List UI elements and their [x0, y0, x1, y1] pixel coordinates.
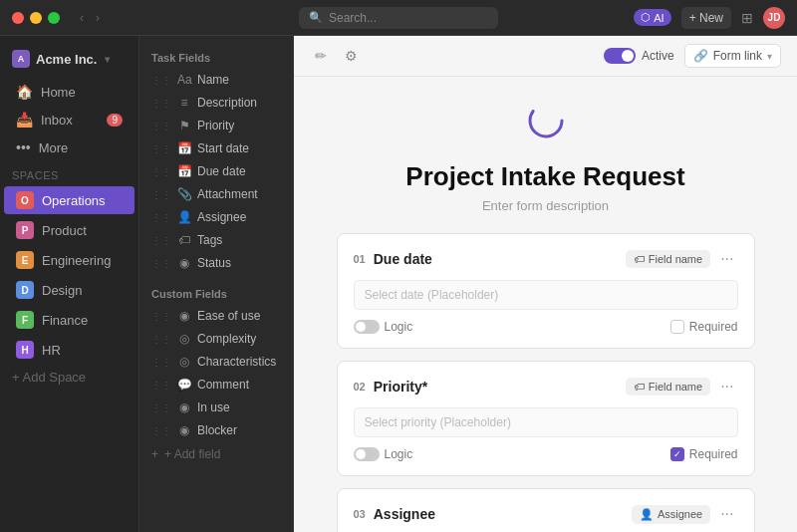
search-icon: 🔍 — [309, 11, 323, 24]
field-characteristics[interactable]: ⋮⋮ ◎ Characteristics — [143, 351, 289, 373]
field-footer-2: Logic ✓ Required — [354, 447, 738, 461]
toggle-track[interactable] — [604, 48, 636, 64]
field-card-name-3: Assignee — [374, 506, 632, 522]
hr-dot: H — [16, 341, 34, 359]
fields-panel: Task Fields ⋮⋮ Aa Name ⋮⋮ ≡ Description … — [139, 36, 294, 532]
inbox-icon: 📥 — [16, 112, 33, 128]
field-in-use[interactable]: ⋮⋮ ◉ In use — [143, 397, 289, 418]
field-status-label: Status — [197, 256, 231, 270]
field-more-btn-2[interactable]: ··· — [716, 376, 737, 398]
field-priority-label: Priority — [197, 119, 234, 133]
priority-icon: ⚑ — [177, 119, 191, 133]
new-button[interactable]: + New — [681, 7, 731, 29]
forward-arrow[interactable]: › — [92, 9, 104, 27]
status-icon: ◉ — [177, 256, 191, 270]
grid-icon[interactable]: ⊞ — [741, 10, 753, 26]
field-name-btn-icon-2: 🏷 — [634, 381, 645, 393]
operations-dot: O — [16, 191, 34, 209]
close-button[interactable] — [12, 12, 24, 24]
sidebar-item-home[interactable]: 🏠 Home — [4, 79, 134, 105]
sidebar-item-design[interactable]: D Design — [4, 276, 134, 304]
add-space-button[interactable]: + Add Space — [0, 365, 138, 390]
field-card-header-2: 02 Priority* 🏷 Field name ··· — [354, 376, 738, 398]
required-check-2[interactable]: ✓ Required — [670, 447, 738, 461]
field-complexity[interactable]: ⋮⋮ ◎ Complexity — [143, 328, 289, 350]
titlebar: ‹ › 🔍 Search... ⬡ AI + New ⊞ JD — [0, 0, 797, 36]
logic-toggle-2[interactable]: Logic — [354, 447, 670, 461]
field-priority[interactable]: ⋮⋮ ⚑ Priority — [143, 115, 289, 136]
field-card-name-1: Due date — [374, 251, 626, 267]
brand-chevron: ▾ — [105, 54, 110, 65]
field-ease-of-use[interactable]: ⋮⋮ ◉ Ease of use — [143, 305, 289, 327]
field-name-btn-2[interactable]: 🏷 Field name — [626, 378, 710, 396]
sidebar-item-engineering[interactable]: E Engineering — [4, 246, 134, 274]
drag-handle: ⋮⋮ — [151, 212, 171, 223]
logic-label-1: Logic — [385, 320, 413, 334]
search-bar[interactable]: 🔍 Search... — [299, 7, 498, 29]
required-checkbox-1[interactable] — [670, 320, 684, 334]
field-in-use-label: In use — [197, 400, 230, 414]
toolbar-right: Active 🔗 Form link ▾ — [604, 44, 781, 68]
due-date-icon: 📅 — [177, 164, 191, 178]
field-tags[interactable]: ⋮⋮ 🏷 Tags — [143, 229, 289, 251]
required-check-1[interactable]: Required — [670, 320, 738, 334]
field-placeholder-1[interactable]: Select date (Placeholder) — [354, 280, 738, 310]
logic-label-2: Logic — [385, 447, 413, 461]
field-blocker[interactable]: ⋮⋮ ◉ Blocker — [143, 419, 289, 441]
field-placeholder-2[interactable]: Select priority (Placeholder) — [354, 407, 738, 437]
field-name-btn-1[interactable]: 🏷 Field name — [626, 250, 710, 268]
field-start-date[interactable]: ⋮⋮ 📅 Start date — [143, 137, 289, 159]
active-toggle[interactable]: Active — [604, 48, 674, 64]
field-more-btn-1[interactable]: ··· — [716, 248, 737, 270]
field-name-btn-3[interactable]: 👤 Assignee — [632, 505, 710, 524]
field-description[interactable]: ⋮⋮ ≡ Description — [143, 92, 289, 114]
form-link-label: Form link — [713, 49, 762, 63]
fullscreen-button[interactable] — [48, 12, 60, 24]
logic-track-2[interactable] — [354, 447, 380, 461]
drag-handle: ⋮⋮ — [151, 334, 171, 345]
characteristics-icon: ◎ — [177, 355, 191, 369]
add-field-button[interactable]: + + Add field — [143, 443, 289, 465]
field-characteristics-label: Characteristics — [197, 355, 276, 369]
field-footer-1: Logic Required — [354, 320, 738, 334]
field-name-btn-label-3: Assignee — [658, 508, 702, 520]
home-icon: 🏠 — [16, 84, 33, 100]
inbox-label: Inbox — [41, 113, 73, 128]
more-label: More — [39, 140, 69, 155]
brand-name: Acme Inc. — [36, 52, 97, 67]
field-due-date[interactable]: ⋮⋮ 📅 Due date — [143, 160, 289, 182]
form-link-button[interactable]: 🔗 Form link ▾ — [684, 44, 781, 68]
sidebar-item-hr[interactable]: H HR — [4, 336, 134, 364]
field-more-btn-3[interactable]: ··· — [716, 503, 737, 525]
settings-icon: ⚙ — [345, 48, 358, 64]
toggle-thumb — [622, 50, 634, 62]
sidebar-item-inbox[interactable]: 📥 Inbox 9 — [4, 107, 134, 133]
back-arrow[interactable]: ‹ — [76, 9, 88, 27]
drag-handle: ⋮⋮ — [151, 189, 171, 200]
form-field-card-2: 02 Priority* 🏷 Field name ··· Select pri… — [337, 361, 755, 476]
minimize-button[interactable] — [30, 12, 42, 24]
sidebar-item-operations[interactable]: O Operations — [4, 186, 134, 214]
settings-button[interactable]: ⚙ — [340, 45, 363, 67]
field-comment[interactable]: ⋮⋮ 💬 Comment — [143, 374, 289, 396]
logic-track-1[interactable] — [354, 320, 380, 334]
field-card-header-3: 03 Assignee 👤 Assignee ··· — [354, 503, 738, 525]
field-attachment[interactable]: ⋮⋮ 📎 Attachment — [143, 183, 289, 205]
sidebar-item-finance[interactable]: F Finance — [4, 306, 134, 334]
field-name[interactable]: ⋮⋮ Aa Name — [143, 69, 289, 91]
field-status[interactable]: ⋮⋮ ◉ Status — [143, 252, 289, 274]
sidebar-item-product[interactable]: P Product — [4, 216, 134, 244]
logic-toggle-1[interactable]: Logic — [354, 320, 670, 334]
field-name-label: Name — [197, 73, 229, 87]
content-area: ✏ ⚙ Active 🔗 Form link ▾ — [294, 36, 797, 532]
task-fields-title: Task Fields — [139, 46, 293, 68]
field-number-3: 03 — [354, 508, 366, 520]
field-name-btn-icon-3: 👤 — [640, 508, 654, 521]
brand[interactable]: A Acme Inc. ▾ — [0, 44, 138, 78]
edit-button[interactable]: ✏ — [310, 45, 332, 67]
field-assignee[interactable]: ⋮⋮ 👤 Assignee — [143, 206, 289, 228]
required-checkbox-2[interactable]: ✓ — [670, 447, 684, 461]
field-complexity-label: Complexity — [197, 332, 256, 346]
sidebar-item-more[interactable]: ••• More — [4, 134, 134, 160]
drag-handle: ⋮⋮ — [151, 402, 171, 413]
